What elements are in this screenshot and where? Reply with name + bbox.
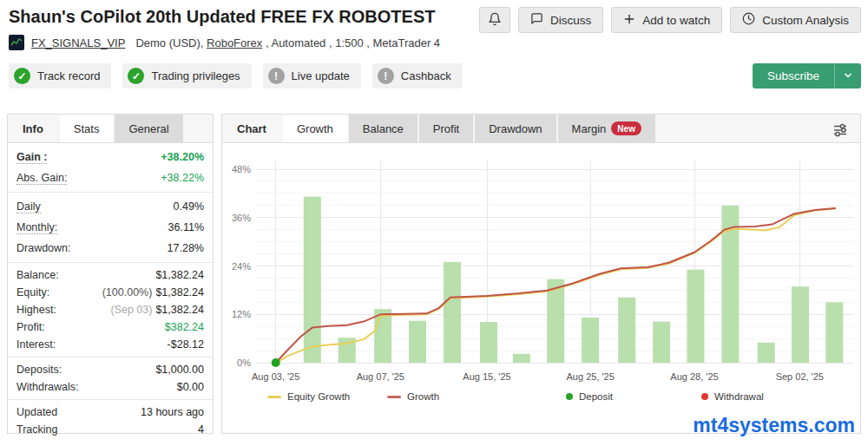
stat-label: Profit: [16, 321, 45, 333]
custom-analysis-button[interactable]: Custom Analysis [730, 7, 861, 33]
tab-chart[interactable]: Chart [222, 115, 281, 142]
growth-chart[interactable]: 0%12%24%36%48%Aug 03, '25Aug 07, '25Aug … [223, 148, 860, 390]
stat-label: Balance: [16, 269, 59, 281]
notifications-button[interactable] [479, 7, 510, 33]
clock-icon [742, 12, 755, 28]
verification-badges: ✓ Track record ✓ Trading privileges ! Li… [9, 63, 861, 89]
stat-label: Deposits: [16, 364, 62, 376]
stat-row-deposits: Deposits: $1,000.00 [8, 361, 213, 378]
tab-margin[interactable]: Margin New [558, 115, 655, 142]
svg-text:Aug 15, '25: Aug 15, '25 [463, 371, 510, 382]
bell-icon [488, 12, 502, 29]
tab-info[interactable]: Info [8, 115, 58, 142]
stat-value: -$28.12 [168, 338, 204, 351]
tab-drawdown[interactable]: Drawdown [475, 115, 556, 142]
balance-group: Balance: $1,382.24 Equity: (100.00%)$1,3… [8, 262, 213, 357]
svg-text:Aug 03, '25: Aug 03, '25 [252, 371, 299, 382]
watermark: mt4systems.com [693, 414, 855, 437]
legend-item-deposit: Deposit [566, 391, 613, 402]
stat-label[interactable]: Daily [16, 200, 41, 213]
svg-text:12%: 12% [231, 309, 250, 319]
account-meta: , Automated , 1:500 , MetaTrader 4 [262, 36, 440, 49]
tab-profit[interactable]: Profit [419, 115, 473, 142]
badge-cashback[interactable]: ! Cashback [372, 63, 463, 89]
stat-row-tracking: Tracking 4 [8, 421, 213, 438]
stat-row-abs-gain: Abs. Gain: +38.22% [8, 167, 213, 188]
stat-label: Equity: [16, 286, 49, 298]
withdrawal-dot-swatch [701, 393, 708, 400]
stat-label[interactable]: Monthly: [16, 221, 57, 234]
svg-text:Aug 07, '25: Aug 07, '25 [356, 371, 404, 382]
check-circle-icon: ✓ [14, 68, 30, 84]
badge-track-record[interactable]: ✓ Track record [9, 63, 111, 89]
stat-label: Tracking [16, 423, 57, 436]
stat-row-updated: Updated 13 hours ago [8, 403, 213, 421]
account-row: FX_SIGNALS_VIP Demo (USD), RoboForex , A… [9, 35, 861, 50]
discuss-label: Discuss [550, 14, 591, 27]
meta-group: Updated 13 hours ago Tracking 4 [8, 399, 213, 442]
badge-label: Track record [37, 69, 100, 82]
top-action-buttons: Discuss Add to watch Custom Analysis [479, 7, 861, 33]
stat-label: Withdrawals: [16, 381, 79, 393]
add-to-watch-label: Add to watch [642, 14, 710, 27]
svg-text:36%: 36% [231, 213, 250, 223]
subscribe-dropdown-button[interactable] [834, 63, 861, 89]
badge-live-update[interactable]: ! Live update [263, 63, 361, 89]
deposit-dot-swatch [566, 393, 573, 400]
content-panels: Info Stats General Gain : +38.20% Abs. G… [7, 114, 861, 434]
plus-icon [623, 13, 635, 28]
legend-item-equity-growth: Equity Growth [267, 391, 350, 402]
page-header: Shaun's CoPilot 20th Updated FREE FX ROB… [0, 0, 868, 89]
badge-trading-privileges[interactable]: ✓ Trading privileges [122, 63, 251, 89]
stats-panel: Info Stats General Gain : +38.20% Abs. G… [7, 114, 214, 434]
add-to-watch-button[interactable]: Add to watch [611, 7, 722, 33]
chart-legend: Equity Growth Growth Deposit Withdrawal [222, 390, 860, 409]
subscribe-split-button: Subscribe [753, 63, 861, 89]
stat-label: Interest: [16, 338, 56, 351]
stat-label[interactable]: Abs. Gain: [16, 172, 67, 185]
discuss-button[interactable]: Discuss [518, 7, 603, 33]
stat-value: 4 [198, 423, 204, 436]
stat-label: Updated [16, 406, 57, 418]
subscribe-button[interactable]: Subscribe [753, 63, 834, 89]
stat-row-drawdown: Drawdown: 17.28% [8, 238, 213, 259]
svg-text:Sep 02, '25: Sep 02, '25 [775, 371, 823, 382]
legend-label: Growth [407, 391, 439, 402]
stat-value: (100.00%)$1,382.24 [102, 286, 204, 298]
chart-tabbar: Chart Growth Balance Profit Drawdown Mar… [222, 115, 860, 143]
stat-value: $1,000.00 [155, 364, 204, 376]
sliders-icon [832, 127, 849, 141]
chart-settings-button[interactable] [829, 119, 852, 145]
stat-row-monthly: Monthly: 36.11% [8, 217, 213, 238]
stat-label: Highest: [16, 304, 56, 316]
badge-label: Trading privileges [151, 69, 240, 82]
stat-value: $382.24 [165, 321, 204, 333]
stat-value: $0.00 [177, 381, 204, 393]
legend-label: Withdrawal [714, 391, 764, 402]
tab-stats[interactable]: Stats [60, 115, 114, 142]
stat-hint: (Sep 03) [110, 304, 152, 316]
mini-chart-icon [9, 35, 24, 50]
stat-value: 17.28% [168, 242, 204, 254]
broker-link[interactable]: RoboForex [207, 36, 262, 49]
stat-row-daily: Daily 0.49% [8, 196, 213, 217]
stat-value: 36.11% [168, 221, 204, 233]
growth-line-swatch [387, 396, 401, 398]
stat-row-equity: Equity: (100.00%)$1,382.24 [8, 284, 213, 301]
legend-label: Deposit [579, 391, 613, 402]
badge-label: Cashback [401, 69, 451, 82]
stat-label: Drawdown: [16, 242, 71, 254]
svg-text:Aug 28, '25: Aug 28, '25 [670, 371, 718, 382]
stat-value: (Sep 03)$1,382.24 [110, 304, 204, 316]
stat-value: +38.22% [161, 172, 204, 184]
tab-balance[interactable]: Balance [349, 115, 418, 142]
tab-general[interactable]: General [115, 115, 182, 142]
account-details: Demo (USD), RoboForex , Automated , 1:50… [135, 36, 440, 49]
stats-tabbar: Info Stats General [8, 115, 213, 143]
badge-label: Live update [292, 69, 350, 82]
stat-label[interactable]: Gain : [16, 151, 47, 164]
legend-item-withdrawal: Withdrawal [701, 391, 764, 402]
account-name-link[interactable]: FX_SIGNALS_VIP [31, 36, 125, 49]
svg-text:48%: 48% [231, 164, 250, 174]
tab-growth[interactable]: Growth [283, 115, 347, 142]
